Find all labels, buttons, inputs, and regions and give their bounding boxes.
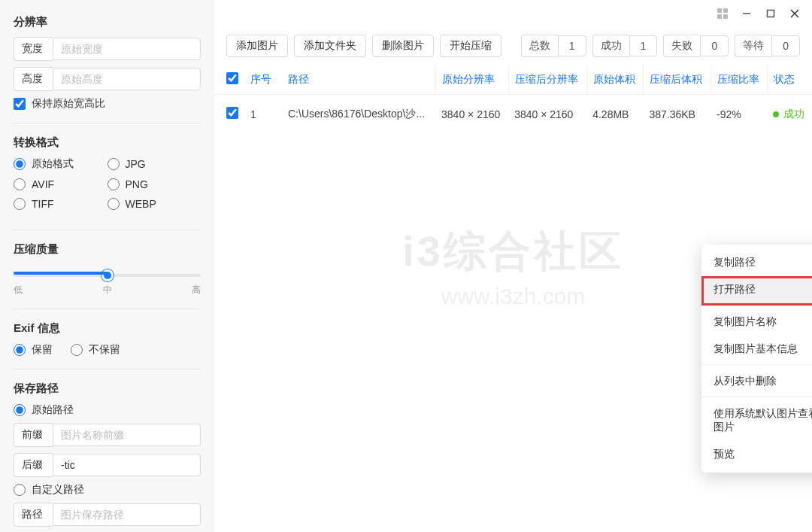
stat-fail-val: 0: [700, 35, 729, 56]
maximize-icon[interactable]: [765, 8, 776, 19]
suffix-input[interactable]: [53, 454, 201, 476]
format-jpg[interactable]: JPG: [108, 157, 201, 171]
format-png[interactable]: PNG: [108, 178, 201, 190]
grid-icon[interactable]: [717, 8, 728, 19]
ctx-preview[interactable]: 预览: [701, 441, 812, 468]
keep-ratio-input[interactable]: [14, 98, 26, 110]
save-orig-path[interactable]: 原始路径: [14, 403, 201, 417]
main: i3综合社区 www.i3zh.com 添加图片 添加文件夹 删除图片 开始压缩…: [214, 0, 812, 532]
format-avif[interactable]: AVIF: [14, 178, 108, 190]
svg-rect-1: [768, 11, 774, 17]
prefix-input[interactable]: [53, 424, 201, 446]
col-ratio[interactable]: 压缩比率: [710, 65, 767, 95]
sidebar: 分辨率 宽度 高度 保持原始宽高比 转换格式 原始格式 JPG AVIF PNG…: [0, 0, 214, 532]
start-compress-button[interactable]: 开始压缩: [440, 35, 501, 57]
ctx-copy-path[interactable]: 复制路径: [701, 249, 812, 276]
keep-ratio-checkbox[interactable]: 保持原始宽高比: [14, 97, 201, 111]
path-label: 路径: [14, 503, 53, 527]
quality-mid: 中: [103, 284, 112, 296]
select-all-checkbox[interactable]: [226, 72, 238, 84]
col-orig-res[interactable]: 原始分辨率: [435, 65, 508, 95]
quality-slider[interactable]: [14, 274, 201, 277]
delete-image-button[interactable]: 删除图片: [372, 35, 434, 57]
watermark: i3综合社区 www.i3zh.com: [402, 223, 624, 309]
format-webp[interactable]: WEBP: [108, 198, 201, 210]
keep-ratio-label: 保持原始宽高比: [32, 97, 105, 111]
context-menu: 复制路径 打开路径 复制图片名称 复制图片基本信息 从列表中删除 使用系统默认图…: [701, 245, 812, 473]
cell-path: C:\Users\86176\Desktop\沙...: [282, 95, 435, 134]
width-input[interactable]: [53, 38, 201, 60]
exif-keep[interactable]: 保留: [14, 343, 53, 357]
cell-orig-size: 4.28MB: [586, 95, 643, 134]
minimize-icon[interactable]: [741, 8, 752, 19]
stat-wait-val: 0: [771, 35, 800, 56]
ctx-open-path[interactable]: 打开路径: [701, 276, 812, 306]
close-icon[interactable]: [789, 8, 800, 19]
height-label: 高度: [14, 67, 53, 91]
cell-orig-res: 3840 × 2160: [435, 95, 508, 134]
row-checkbox[interactable]: [226, 107, 238, 119]
stat-success-val: 1: [629, 35, 658, 56]
format-original[interactable]: 原始格式: [14, 157, 108, 171]
section-quality-title: 压缩质量: [14, 242, 201, 257]
cell-status: 成功: [773, 108, 804, 121]
col-status[interactable]: 状态: [767, 65, 812, 95]
col-path[interactable]: 路径: [282, 65, 435, 95]
ctx-open-viewer[interactable]: 使用系统默认图片查看器打开图片: [701, 400, 812, 441]
stat-fail-label: 失败: [663, 35, 700, 57]
height-input[interactable]: [53, 68, 201, 90]
ctx-remove[interactable]: 从列表中删除: [701, 368, 812, 397]
exif-discard[interactable]: 不保留: [71, 343, 120, 357]
stat-success-label: 成功: [592, 35, 629, 57]
col-idx[interactable]: 序号: [244, 65, 282, 95]
stats: 总数1 成功1 失败0 等待0: [521, 35, 800, 57]
format-tiff[interactable]: TIFF: [14, 198, 108, 210]
stat-wait-label: 等待: [735, 35, 771, 57]
quality-low: 低: [14, 284, 23, 296]
cell-comp-res: 3840 × 2160: [508, 95, 586, 134]
add-folder-button[interactable]: 添加文件夹: [294, 35, 366, 57]
width-label: 宽度: [14, 37, 53, 61]
file-table: 序号 路径 原始分辨率 压缩后分辨率 原始体积 压缩后体积 压缩比率 状态 1 …: [214, 65, 812, 133]
section-exif-title: Exif 信息: [14, 321, 201, 336]
cell-idx: 1: [244, 95, 282, 134]
col-comp-res[interactable]: 压缩后分辨率: [508, 65, 586, 95]
col-comp-size[interactable]: 压缩后体积: [643, 65, 710, 95]
toolbar: 添加图片 添加文件夹 删除图片 开始压缩 总数1 成功1 失败0 等待0: [214, 27, 812, 65]
quality-high: 高: [192, 284, 201, 296]
add-image-button[interactable]: 添加图片: [226, 35, 288, 57]
success-dot-icon: [773, 111, 779, 117]
format-options: 原始格式 JPG AVIF PNG TIFF WEBP: [14, 157, 201, 217]
section-save-title: 保存路径: [14, 382, 201, 396]
stat-total-val: 1: [558, 35, 586, 56]
titlebar: [705, 0, 812, 27]
table-row[interactable]: 1 C:\Users\86176\Desktop\沙... 3840 × 216…: [214, 95, 812, 134]
ctx-copy-name[interactable]: 复制图片名称: [701, 309, 812, 336]
ctx-copy-info[interactable]: 复制图片基本信息: [701, 336, 812, 365]
col-orig-size[interactable]: 原始体积: [586, 65, 643, 95]
save-custom-path[interactable]: 自定义路径: [14, 483, 201, 497]
cell-ratio: -92%: [710, 95, 767, 134]
path-input[interactable]: [53, 503, 201, 526]
prefix-label: 前缀: [14, 423, 53, 447]
cell-comp-size: 387.36KB: [643, 95, 710, 134]
section-resolution-title: 分辨率: [14, 15, 201, 29]
stat-total-label: 总数: [521, 35, 558, 57]
suffix-label: 后缀: [14, 453, 53, 477]
section-format-title: 转换格式: [14, 135, 201, 150]
